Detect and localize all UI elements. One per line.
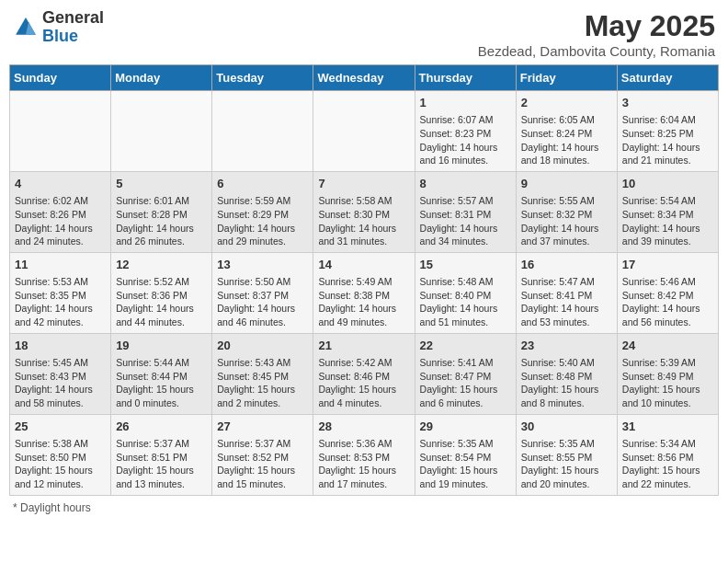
day-detail: Sunrise: 5:37 AM Sunset: 8:51 PM Dayligh… [116, 437, 207, 491]
day-number: 16 [521, 257, 612, 273]
calendar-header-row: SundayMondayTuesdayWednesdayThursdayFrid… [10, 65, 719, 91]
day-detail: Sunrise: 5:35 AM Sunset: 8:54 PM Dayligh… [420, 437, 511, 491]
calendar-cell [111, 91, 212, 172]
calendar-cell: 7Sunrise: 5:58 AM Sunset: 8:30 PM Daylig… [313, 171, 415, 252]
day-detail: Sunrise: 5:47 AM Sunset: 8:41 PM Dayligh… [521, 275, 612, 329]
calendar-header-wednesday: Wednesday [313, 65, 415, 91]
calendar-cell: 2Sunrise: 6:05 AM Sunset: 8:24 PM Daylig… [516, 91, 617, 172]
day-detail: Sunrise: 6:07 AM Sunset: 8:23 PM Dayligh… [420, 113, 511, 167]
calendar-cell: 21Sunrise: 5:42 AM Sunset: 8:46 PM Dayli… [313, 333, 415, 414]
day-detail: Sunrise: 5:34 AM Sunset: 8:56 PM Dayligh… [622, 437, 713, 491]
calendar-table: SundayMondayTuesdayWednesdayThursdayFrid… [9, 64, 719, 496]
calendar-cell: 20Sunrise: 5:43 AM Sunset: 8:45 PM Dayli… [212, 333, 313, 414]
day-number: 7 [318, 176, 409, 192]
day-detail: Sunrise: 6:01 AM Sunset: 8:28 PM Dayligh… [116, 194, 207, 248]
day-number: 19 [116, 338, 207, 354]
footer-text: Daylight hours [20, 501, 91, 514]
calendar-cell: 9Sunrise: 5:55 AM Sunset: 8:32 PM Daylig… [516, 171, 617, 252]
day-number: 27 [217, 419, 308, 435]
day-detail: Sunrise: 5:58 AM Sunset: 8:30 PM Dayligh… [318, 194, 409, 248]
day-number: 29 [420, 419, 511, 435]
day-number: 10 [622, 176, 713, 192]
day-number: 24 [622, 338, 713, 354]
day-detail: Sunrise: 6:02 AM Sunset: 8:26 PM Dayligh… [15, 194, 106, 248]
calendar-cell: 19Sunrise: 5:44 AM Sunset: 8:44 PM Dayli… [111, 333, 212, 414]
day-number: 5 [116, 176, 207, 192]
day-detail: Sunrise: 5:53 AM Sunset: 8:35 PM Dayligh… [15, 275, 106, 329]
calendar-cell: 5Sunrise: 6:01 AM Sunset: 8:28 PM Daylig… [111, 171, 212, 252]
subtitle: Bezdead, Dambovita County, Romania [478, 43, 715, 59]
logo: General Blue [13, 9, 104, 46]
logo-blue-text: Blue [42, 27, 78, 45]
calendar-cell: 12Sunrise: 5:52 AM Sunset: 8:36 PM Dayli… [111, 252, 212, 333]
day-detail: Sunrise: 5:36 AM Sunset: 8:53 PM Dayligh… [318, 437, 409, 491]
day-detail: Sunrise: 5:59 AM Sunset: 8:29 PM Dayligh… [217, 194, 308, 248]
calendar-cell: 1Sunrise: 6:07 AM Sunset: 8:23 PM Daylig… [415, 91, 516, 172]
calendar-cell: 22Sunrise: 5:41 AM Sunset: 8:47 PM Dayli… [415, 333, 516, 414]
day-number: 22 [420, 338, 511, 354]
calendar-week-3: 11Sunrise: 5:53 AM Sunset: 8:35 PM Dayli… [10, 252, 719, 333]
calendar-cell: 23Sunrise: 5:40 AM Sunset: 8:48 PM Dayli… [516, 333, 617, 414]
page-header: General Blue May 2025 Bezdead, Dambovita… [9, 9, 719, 59]
day-number: 15 [420, 257, 511, 273]
day-detail: Sunrise: 5:38 AM Sunset: 8:50 PM Dayligh… [15, 437, 106, 491]
day-detail: Sunrise: 5:35 AM Sunset: 8:55 PM Dayligh… [521, 437, 612, 491]
calendar-cell: 24Sunrise: 5:39 AM Sunset: 8:49 PM Dayli… [617, 333, 718, 414]
calendar-header-friday: Friday [516, 65, 617, 91]
calendar-header-monday: Monday [111, 65, 212, 91]
title-block: May 2025 Bezdead, Dambovita County, Roma… [478, 9, 715, 59]
day-number: 23 [521, 338, 612, 354]
calendar-cell: 4Sunrise: 6:02 AM Sunset: 8:26 PM Daylig… [10, 171, 111, 252]
calendar-cell: 6Sunrise: 5:59 AM Sunset: 8:29 PM Daylig… [212, 171, 313, 252]
day-detail: Sunrise: 5:57 AM Sunset: 8:31 PM Dayligh… [420, 194, 511, 248]
logo-general-text: General [42, 8, 104, 27]
day-detail: Sunrise: 5:42 AM Sunset: 8:46 PM Dayligh… [318, 356, 409, 410]
day-number: 18 [15, 338, 106, 354]
day-number: 30 [521, 419, 612, 435]
calendar-cell: 30Sunrise: 5:35 AM Sunset: 8:55 PM Dayli… [516, 414, 617, 495]
calendar-cell: 17Sunrise: 5:46 AM Sunset: 8:42 PM Dayli… [617, 252, 718, 333]
day-detail: Sunrise: 6:04 AM Sunset: 8:25 PM Dayligh… [622, 113, 713, 167]
day-number: 14 [318, 257, 409, 273]
calendar-header-thursday: Thursday [415, 65, 516, 91]
calendar-week-5: 25Sunrise: 5:38 AM Sunset: 8:50 PM Dayli… [10, 414, 719, 495]
calendar-cell: 8Sunrise: 5:57 AM Sunset: 8:31 PM Daylig… [415, 171, 516, 252]
day-detail: Sunrise: 5:46 AM Sunset: 8:42 PM Dayligh… [622, 275, 713, 329]
day-number: 13 [217, 257, 308, 273]
calendar-week-2: 4Sunrise: 6:02 AM Sunset: 8:26 PM Daylig… [10, 171, 719, 252]
day-detail: Sunrise: 5:52 AM Sunset: 8:36 PM Dayligh… [116, 275, 207, 329]
day-detail: Sunrise: 6:05 AM Sunset: 8:24 PM Dayligh… [521, 113, 612, 167]
main-title: May 2025 [478, 9, 715, 43]
calendar-cell: 14Sunrise: 5:49 AM Sunset: 8:38 PM Dayli… [313, 252, 415, 333]
day-number: 11 [15, 257, 106, 273]
logo-icon [13, 15, 39, 40]
day-number: 21 [318, 338, 409, 354]
day-number: 17 [622, 257, 713, 273]
day-number: 8 [420, 176, 511, 192]
day-detail: Sunrise: 5:41 AM Sunset: 8:47 PM Dayligh… [420, 356, 511, 410]
calendar-week-4: 18Sunrise: 5:45 AM Sunset: 8:43 PM Dayli… [10, 333, 719, 414]
calendar-cell: 15Sunrise: 5:48 AM Sunset: 8:40 PM Dayli… [415, 252, 516, 333]
day-detail: Sunrise: 5:44 AM Sunset: 8:44 PM Dayligh… [116, 356, 207, 410]
calendar-header-sunday: Sunday [10, 65, 111, 91]
day-detail: Sunrise: 5:40 AM Sunset: 8:48 PM Dayligh… [521, 356, 612, 410]
day-number: 3 [622, 95, 713, 111]
calendar-cell [313, 91, 415, 172]
day-number: 9 [521, 176, 612, 192]
calendar-cell: 13Sunrise: 5:50 AM Sunset: 8:37 PM Dayli… [212, 252, 313, 333]
day-number: 2 [521, 95, 612, 111]
calendar-cell: 10Sunrise: 5:54 AM Sunset: 8:34 PM Dayli… [617, 171, 718, 252]
day-number: 20 [217, 338, 308, 354]
day-detail: Sunrise: 5:37 AM Sunset: 8:52 PM Dayligh… [217, 437, 308, 491]
day-detail: Sunrise: 5:50 AM Sunset: 8:37 PM Dayligh… [217, 275, 308, 329]
calendar-cell: 25Sunrise: 5:38 AM Sunset: 8:50 PM Dayli… [10, 414, 111, 495]
day-number: 12 [116, 257, 207, 273]
footer-note: * Daylight hours [9, 501, 719, 514]
calendar-header-tuesday: Tuesday [212, 65, 313, 91]
calendar-week-1: 1Sunrise: 6:07 AM Sunset: 8:23 PM Daylig… [10, 91, 719, 172]
day-number: 31 [622, 419, 713, 435]
day-detail: Sunrise: 5:49 AM Sunset: 8:38 PM Dayligh… [318, 275, 409, 329]
calendar-cell: 3Sunrise: 6:04 AM Sunset: 8:25 PM Daylig… [617, 91, 718, 172]
day-number: 25 [15, 419, 106, 435]
day-detail: Sunrise: 5:48 AM Sunset: 8:40 PM Dayligh… [420, 275, 511, 329]
